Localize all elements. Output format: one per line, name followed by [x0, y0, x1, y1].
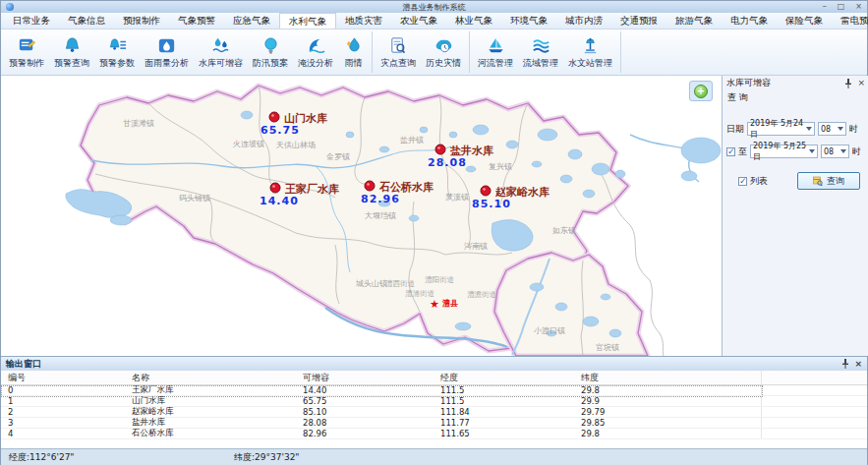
county-seat-label: 澧县	[441, 299, 458, 308]
col-longitude[interactable]: 经度	[437, 372, 578, 384]
cell-capacity: 14.40	[300, 385, 437, 395]
tab-daily[interactable]: 日常业务	[4, 13, 59, 29]
hour-suffix: 时	[852, 145, 861, 158]
minimize-button[interactable]: –	[823, 3, 827, 11]
hour-from-select[interactable]: 08	[818, 122, 846, 136]
pin-icon[interactable]	[841, 359, 849, 369]
sailboat-icon	[486, 35, 506, 56]
hydro-station-manage-button[interactable]: 水文站管理	[563, 33, 617, 72]
river-manage-button[interactable]: 河流管理	[473, 33, 518, 72]
table-row[interactable]: 4 石公桥水库 82.96 111.65 29.8	[1, 429, 867, 439]
col-latitude[interactable]: 纬度	[578, 372, 761, 384]
tab-forestry[interactable]: 林业气象	[446, 13, 501, 29]
chevron-down-icon	[806, 127, 812, 131]
town-label: 复兴镇	[489, 162, 512, 171]
cell-id: 1	[1, 396, 129, 406]
table-empty-area	[1, 439, 867, 448]
to-date-checkbox[interactable]	[726, 147, 735, 156]
cell-name: 石公桥水库	[129, 428, 300, 439]
submerge-wave-icon	[306, 35, 326, 56]
tab-insurance[interactable]: 保险气象	[777, 13, 832, 29]
tab-power[interactable]: 电力气象	[722, 13, 777, 29]
cell-id: 2	[1, 407, 129, 417]
tab-tourism[interactable]: 旅游气象	[666, 13, 722, 29]
town-label: 火连坡镇	[233, 140, 264, 148]
map-zoom-in-button[interactable]: +	[689, 81, 713, 101]
col-id[interactable]: 编号	[1, 372, 129, 384]
tab-agriculture[interactable]: 农业气象	[391, 13, 446, 29]
cell-capacity: 82.96	[300, 429, 437, 438]
panel-title: 水库可增容	[726, 77, 771, 89]
town-label: 码头铺镇	[179, 194, 210, 203]
tab-urban-flood[interactable]: 城市内涝	[556, 13, 611, 29]
cell-id: 3	[1, 418, 129, 428]
tab-traffic[interactable]: 交通预报	[611, 13, 666, 29]
content-area: 甘溪滩镇 火连坡镇 天供山林场 金罗镇 盐井镇 码头铺镇 复兴镇 梦溪镇 大堰垱…	[1, 76, 867, 356]
date-from-select[interactable]: 2019年 5月24日	[747, 122, 815, 136]
close-button[interactable]: ×	[855, 3, 862, 11]
cell-capacity: 85.10	[300, 407, 437, 417]
window-title: 澧县业务制作系统	[1, 2, 867, 13]
reservoir-capacity-icon	[210, 35, 231, 56]
submerge-analysis-button[interactable]: 淹没分析	[293, 33, 338, 72]
town-label: 澧西街道	[385, 279, 416, 288]
cell-capacity: 28.08	[300, 418, 437, 428]
panel-close-icon[interactable]: ×	[857, 79, 865, 87]
doc-magnifier-icon	[388, 35, 409, 56]
history-disaster-button[interactable]: 历史灾情	[421, 33, 466, 72]
maximize-button[interactable]: □	[838, 3, 845, 11]
tab-emergency[interactable]: 应急气象	[224, 13, 279, 29]
basin-manage-button[interactable]: 流域管理	[518, 33, 563, 72]
tab-environment[interactable]: 环境气象	[501, 13, 556, 29]
warning-make-button[interactable]: 预警制作	[4, 33, 49, 72]
map-canvas[interactable]: 甘溪滩镇 火连坡镇 天供山林场 金罗镇 盐井镇 码头铺镇 复兴镇 梦溪镇 大堰垱…	[1, 76, 723, 356]
disaster-point-query-button[interactable]: 灾点查询	[376, 33, 421, 72]
cell-latitude: 29.85	[578, 418, 761, 428]
output-close-icon[interactable]: ×	[854, 360, 862, 369]
area-rain-analysis-button[interactable]: 面雨量分析	[140, 33, 194, 72]
date-from-value: 2019年 5月24日	[750, 118, 806, 140]
hour-to-select[interactable]: 08	[821, 145, 849, 158]
rain-condition-button[interactable]: 雨情	[338, 33, 369, 72]
list-label: 列表	[750, 175, 768, 188]
tab-hydrology[interactable]: 水利气象	[279, 13, 336, 29]
hydro-station-icon	[580, 35, 601, 56]
col-capacity[interactable]: 可增容	[300, 372, 437, 384]
pin-icon[interactable]	[844, 79, 852, 88]
warning-params-button[interactable]: 预警参数	[94, 33, 140, 72]
cell-longitude: 111.5	[437, 396, 578, 406]
town-label: 澧阳街道	[425, 275, 455, 284]
warning-query-button[interactable]: 预警查询	[49, 33, 94, 72]
status-longitude: 经度:112°6'27"	[9, 451, 234, 464]
list-checkbox[interactable]	[738, 177, 747, 186]
tab-lightning[interactable]: 雷电预警	[832, 13, 868, 29]
query-button[interactable]: 查询	[797, 172, 860, 190]
cell-capacity: 65.75	[300, 396, 437, 406]
town-label: 甘溪滩镇	[123, 119, 154, 128]
reservoir-capacity-button[interactable]: 水库可增容	[194, 33, 248, 72]
date-label: 日期	[726, 123, 744, 136]
town-label: 天供山林场	[276, 141, 316, 149]
town-label: 小渡口镇	[534, 326, 565, 335]
tab-warning[interactable]: 气象预警	[169, 13, 224, 29]
tab-forecast[interactable]: 预报制作	[114, 13, 169, 29]
date-to-select[interactable]: 2019年 5月25日	[750, 145, 818, 158]
output-title: 输出窗口	[6, 358, 41, 371]
reservoir-value: 85.10	[472, 198, 511, 210]
reservoir-value: 14.40	[260, 195, 299, 207]
star-icon: ★	[430, 298, 439, 311]
plus-icon: +	[694, 85, 708, 98]
to-label: 至	[738, 145, 747, 158]
flood-plan-button[interactable]: 防汛预案	[248, 33, 293, 72]
cell-latitude: 29.8	[578, 385, 761, 395]
date-to-value: 2019年 5月25日	[753, 141, 809, 162]
alert-bell-icon	[62, 35, 83, 56]
hour-suffix: 时	[849, 123, 858, 136]
tab-geology[interactable]: 地质灾害	[336, 13, 391, 29]
title-bar: 澧县业务制作系统 – □ ×	[1, 1, 867, 13]
col-name[interactable]: 名称	[129, 372, 300, 384]
query-table-icon	[813, 176, 823, 186]
query-group-title: 查 询	[723, 90, 868, 108]
reservoir-capacity-panel: 水库可增容 × 查 询 日期 2019年 5月24日 08 时	[723, 76, 868, 356]
tab-weather-info[interactable]: 气象信息	[59, 13, 114, 29]
